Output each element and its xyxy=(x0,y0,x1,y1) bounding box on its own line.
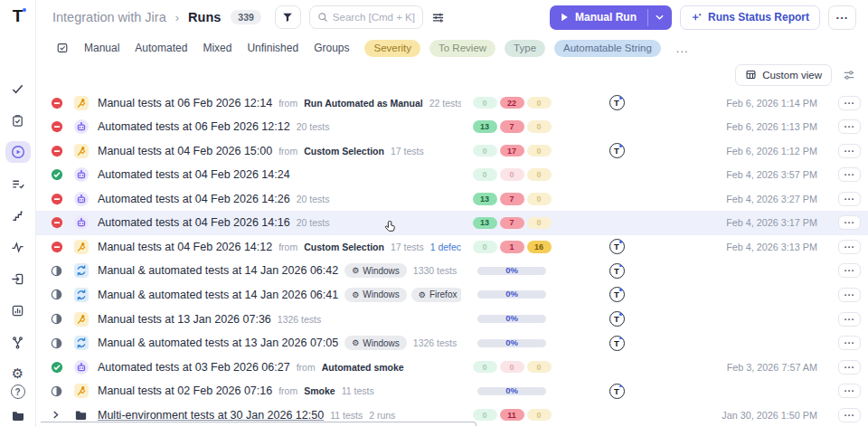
run-title[interactable]: Manual tests at 06 Feb 2026 12:14 xyxy=(98,97,272,109)
run-title[interactable]: Manual & automated tests at 14 Jan 2026 … xyxy=(98,289,338,301)
assignee-avatar[interactable]: T xyxy=(609,143,625,158)
run-title[interactable]: Multi-environment tests at 30 Jan 2026 1… xyxy=(98,409,324,422)
automated-run-icon xyxy=(74,192,98,206)
filter-tab-manual[interactable]: Manual xyxy=(84,42,119,54)
filter-chip-to-review[interactable]: To Review xyxy=(429,40,495,57)
table-row[interactable]: Automated tests at 06 Feb 2026 12:12 20 … xyxy=(36,115,868,139)
filter-chip-type[interactable]: Type xyxy=(505,40,545,57)
sidebar-item-clipboard-check[interactable] xyxy=(5,109,31,131)
row-menu-button[interactable]: ... xyxy=(838,240,861,254)
passed-count-badge: 0 xyxy=(473,409,497,422)
table-row[interactable]: Automated tests at 04 Feb 2026 14:16 20 … xyxy=(36,211,868,235)
assignee-avatar[interactable]: T xyxy=(609,239,625,254)
row-menu-button[interactable]: ... xyxy=(838,215,861,230)
table-row[interactable]: Automated tests at 04 Feb 2026 14:24 000… xyxy=(36,163,868,187)
run-runs-count: 2 runs xyxy=(369,410,395,421)
help-icon[interactable]: ? xyxy=(11,384,25,399)
run-title[interactable]: Manual tests at 02 Feb 2026 07:16 xyxy=(98,384,272,397)
table-row[interactable]: Manual tests at 02 Feb 2026 07:16 from S… xyxy=(36,379,868,403)
failed-count-badge: 0 xyxy=(500,168,524,181)
row-menu-button[interactable]: ... xyxy=(838,167,861,182)
breadcrumb-project[interactable]: Integration with Jira xyxy=(52,10,166,24)
run-title[interactable]: Manual tests at 04 Feb 2026 15:00 xyxy=(98,145,272,157)
assignee-avatar[interactable]: T xyxy=(609,263,625,279)
filter-tab-automated[interactable]: Automated xyxy=(135,42,187,54)
sidebar-item-runs-play[interactable] xyxy=(5,141,31,163)
assignee-avatar[interactable]: T xyxy=(609,95,625,110)
sidebar-item-reports-chart[interactable] xyxy=(5,299,31,321)
filter-funnel-button[interactable] xyxy=(275,5,301,29)
column-settings-icon[interactable] xyxy=(843,69,855,81)
row-menu-button[interactable]: ... xyxy=(838,144,861,158)
filter-chip-automatable-string[interactable]: Automatable String xyxy=(554,40,661,57)
run-tests-count: 20 tests xyxy=(297,217,330,228)
run-title[interactable]: Manual tests at 04 Feb 2026 14:12 xyxy=(98,241,272,253)
row-menu-button[interactable]: ... xyxy=(838,384,861,398)
row-menu-button[interactable]: ... xyxy=(838,288,861,302)
filter-chip-severity[interactable]: Severity xyxy=(364,40,420,57)
row-menu-button[interactable]: ... xyxy=(838,336,861,350)
passed-count-badge: 0 xyxy=(473,97,497,109)
manual-run-dropdown[interactable] xyxy=(648,5,672,30)
table-row[interactable]: Automated tests at 03 Feb 2026 06:27 fro… xyxy=(36,355,868,379)
assignee-avatar[interactable]: T xyxy=(609,287,625,302)
run-date: Feb 3, 2026 7:57 AM xyxy=(671,362,826,373)
row-menu-button[interactable]: ... xyxy=(838,119,861,134)
table-row[interactable]: Manual & automated tests at 14 Jan 2026 … xyxy=(36,283,868,308)
run-title[interactable]: Automated tests at 04 Feb 2026 14:16 xyxy=(98,216,290,229)
sidebar-item-settings-gear[interactable]: ⚙ xyxy=(5,363,31,384)
custom-view-button[interactable]: Custom view xyxy=(735,64,832,86)
sidebar-item-import[interactable] xyxy=(5,268,31,289)
row-menu-button[interactable]: ... xyxy=(838,263,861,278)
row-menu-button[interactable]: ... xyxy=(838,96,861,110)
row-menu-button[interactable]: ... xyxy=(838,408,861,422)
bulk-select-icon[interactable] xyxy=(56,42,69,54)
filter-tab-groups[interactable]: Groups xyxy=(314,42,349,54)
assignee-avatar[interactable]: T xyxy=(609,311,625,327)
table-row[interactable]: Manual & automated tests at 13 Jan 2026 … xyxy=(36,331,868,356)
table-row[interactable]: Manual tests at 04 Feb 2026 14:12 from C… xyxy=(36,235,868,260)
table-row[interactable]: Manual tests at 06 Feb 2026 12:14 from R… xyxy=(36,90,868,115)
app-logo[interactable]: T xyxy=(13,7,24,25)
sidebar-item-list-check[interactable] xyxy=(5,173,31,195)
assignee-avatar[interactable]: T xyxy=(609,384,625,399)
sidebar-item-pulse[interactable] xyxy=(5,236,31,258)
sidebar-item-branch[interactable] xyxy=(5,331,31,353)
sidebar-item-check[interactable] xyxy=(5,78,31,100)
failed-count-badge: 7 xyxy=(500,217,524,230)
run-title[interactable]: Automated tests at 03 Feb 2026 06:27 xyxy=(98,361,290,374)
table-row[interactable]: Manual & automated tests at 14 Jan 2026 … xyxy=(36,259,868,283)
run-title[interactable]: Manual & automated tests at 14 Jan 2026 … xyxy=(98,264,338,277)
projects-folder-icon[interactable] xyxy=(11,408,25,422)
assignee-avatar[interactable]: T xyxy=(609,336,625,351)
run-progress-bar: 0% xyxy=(477,290,546,299)
table-row[interactable]: Manual tests at 04 Feb 2026 15:00 from C… xyxy=(36,138,868,163)
run-title[interactable]: Automated tests at 06 Feb 2026 12:12 xyxy=(98,120,290,133)
row-menu-button[interactable]: ... xyxy=(838,312,861,327)
search-input[interactable] xyxy=(333,12,415,23)
runs-status-report-button[interactable]: Runs Status Report xyxy=(680,5,820,30)
search-box[interactable] xyxy=(309,5,423,29)
run-title[interactable]: Manual & automated tests at 13 Jan 2026 … xyxy=(98,337,338,349)
search-settings-icon[interactable] xyxy=(431,11,445,24)
run-defects-link[interactable]: 1 defects xyxy=(430,242,461,252)
play-icon xyxy=(561,13,569,22)
table-row[interactable]: Automated tests at 04 Feb 2026 14:26 20 … xyxy=(36,187,868,212)
manual-run-button[interactable]: Manual Run xyxy=(550,5,672,30)
sidebar-item-steps[interactable] xyxy=(5,204,31,226)
row-menu-button[interactable]: ... xyxy=(838,360,861,375)
topbar-more-button[interactable]: ... xyxy=(828,5,856,30)
run-title[interactable]: Automated tests at 04 Feb 2026 14:26 xyxy=(98,193,290,205)
automated-run-icon xyxy=(74,119,98,134)
run-tests-count: 22 tests xyxy=(429,98,461,109)
table-row[interactable]: Manual tests at 13 Jan 2026 07:36 1326 t… xyxy=(36,307,868,331)
run-title[interactable]: Automated tests at 04 Feb 2026 14:24 xyxy=(98,168,290,181)
run-title[interactable]: Manual tests at 13 Jan 2026 07:36 xyxy=(98,313,271,326)
filter-tab-unfinished[interactable]: Unfinished xyxy=(247,42,298,54)
filter-more-button[interactable]: ... xyxy=(676,42,689,55)
run-date: Jan 30, 2026 1:50 PM xyxy=(671,410,826,421)
filter-tab-mixed[interactable]: Mixed xyxy=(203,42,231,54)
run-source: Run Automated as Manual xyxy=(304,98,422,109)
row-menu-button[interactable]: ... xyxy=(838,192,861,206)
run-progress-bar: 0% xyxy=(477,339,546,347)
